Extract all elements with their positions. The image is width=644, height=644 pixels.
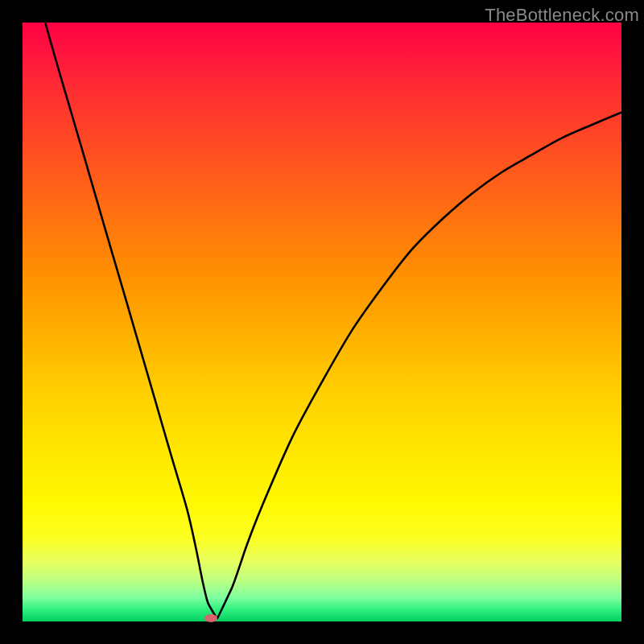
chart-frame: TheBottleneck.com	[0, 0, 644, 644]
optimum-marker	[204, 614, 217, 622]
curve-svg	[23, 23, 621, 621]
plot-area	[23, 23, 621, 621]
bottleneck-curve	[45, 23, 621, 618]
